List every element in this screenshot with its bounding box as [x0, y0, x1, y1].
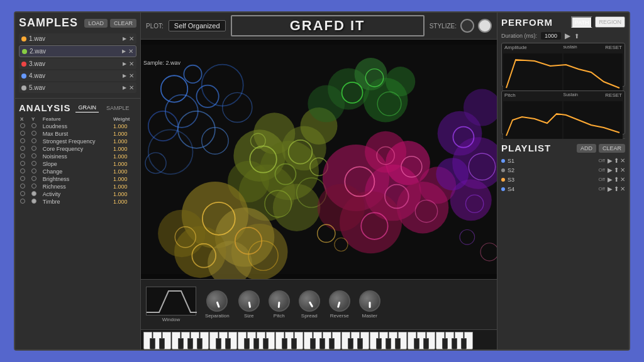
piano-black-key[interactable]: [376, 338, 382, 349]
playlist-add-btn[interactable]: ADD: [577, 144, 596, 153]
sample-remove-icon[interactable]: ✕: [129, 84, 134, 91]
piano-black-key[interactable]: [442, 338, 448, 349]
playlist-remove-icon[interactable]: ✕: [620, 167, 625, 173]
analysis-weight[interactable]: 1.000: [112, 145, 136, 153]
playlist-play-icon[interactable]: ▶: [608, 176, 613, 183]
analysis-x[interactable]: [19, 168, 30, 175]
analysis-x[interactable]: [19, 160, 30, 168]
analysis-x[interactable]: [19, 123, 30, 130]
piano-black-key[interactable]: [319, 338, 325, 349]
master-knob[interactable]: [359, 290, 380, 312]
tab-path[interactable]: PATH: [571, 16, 593, 28]
load-button[interactable]: LOAD: [84, 19, 108, 28]
analysis-weight[interactable]: 1.000: [112, 168, 136, 175]
sample-play-icon[interactable]: ▶: [123, 61, 126, 67]
analysis-y[interactable]: [30, 153, 42, 160]
piano-black-key[interactable]: [197, 338, 203, 349]
sample-item[interactable]: 3.wav ▶ ✕: [19, 58, 136, 69]
analysis-y[interactable]: [30, 190, 42, 198]
analysis-x[interactable]: [19, 175, 30, 183]
piano-black-key[interactable]: [253, 338, 259, 349]
analysis-weight[interactable]: 1.000: [112, 153, 136, 160]
piano-black-key[interactable]: [187, 338, 193, 349]
piano-black-key[interactable]: [395, 338, 401, 349]
analysis-x[interactable]: [19, 138, 30, 145]
playlist-export-icon[interactable]: ⬆: [614, 176, 619, 183]
analysis-x[interactable]: [19, 183, 30, 190]
analysis-x[interactable]: [19, 153, 30, 160]
piano-black-key[interactable]: [452, 338, 457, 349]
piano-black-key[interactable]: [386, 338, 391, 349]
sample-item[interactable]: 2.wav ▶ ✕: [19, 45, 136, 57]
piano-black-key[interactable]: [178, 338, 184, 349]
analysis-y[interactable]: [30, 198, 42, 206]
playlist-clear-btn[interactable]: CLEAR: [599, 144, 625, 153]
analysis-weight[interactable]: 1.000: [112, 198, 136, 206]
sample-play-icon[interactable]: ▶: [122, 48, 126, 54]
analysis-weight[interactable]: 1.000: [112, 160, 136, 168]
sample-play-icon[interactable]: ▶: [123, 36, 126, 41]
sample-item[interactable]: 5.wav ▶ ✕: [19, 82, 136, 93]
playlist-remove-icon[interactable]: ✕: [620, 176, 625, 183]
sample-item[interactable]: 4.wav ▶ ✕: [19, 70, 136, 81]
tab-region[interactable]: REGION: [595, 16, 625, 28]
plot-canvas[interactable]: Sample: 2.wav: [141, 40, 497, 279]
piano-black-key[interactable]: [225, 338, 231, 349]
sample-remove-icon[interactable]: ✕: [128, 48, 133, 55]
playlist-play-icon[interactable]: ▶: [608, 167, 613, 173]
piano-black-key[interactable]: [291, 338, 297, 349]
pitch-knob[interactable]: [269, 290, 290, 312]
analysis-weight[interactable]: 1.000: [112, 175, 136, 183]
analysis-y[interactable]: [30, 130, 42, 138]
playlist-remove-icon[interactable]: ✕: [620, 185, 625, 192]
piano-black-key[interactable]: [282, 338, 287, 349]
piano-black-key[interactable]: [461, 338, 467, 349]
sample-remove-icon[interactable]: ✕: [129, 35, 134, 42]
playlist-play-icon[interactable]: ▶: [608, 185, 613, 192]
duration-value[interactable]: 1000: [541, 32, 561, 40]
duration-play[interactable]: ▶: [565, 31, 570, 40]
export-icon[interactable]: ⬆: [574, 33, 579, 40]
sample-item[interactable]: 1.wav ▶ ✕: [19, 33, 136, 44]
analysis-weight[interactable]: 1.000: [112, 190, 136, 198]
tab-sample[interactable]: SAMPLE: [104, 104, 132, 112]
sample-play-icon[interactable]: ▶: [123, 73, 126, 79]
analysis-weight[interactable]: 1.000: [112, 123, 136, 130]
piano-black-key[interactable]: [216, 338, 221, 349]
piano-black-key[interactable]: [310, 338, 316, 349]
playlist-remove-icon[interactable]: ✕: [620, 157, 625, 164]
tab-grain[interactable]: GRAIN: [75, 103, 99, 112]
size-knob[interactable]: [238, 290, 260, 312]
analysis-x[interactable]: [19, 190, 30, 198]
analysis-weight[interactable]: 1.000: [112, 130, 136, 138]
analysis-x[interactable]: [19, 130, 30, 138]
piano-black-key[interactable]: [348, 338, 353, 349]
stylize-dark[interactable]: [460, 19, 474, 33]
piano-black-key[interactable]: [357, 338, 363, 349]
analysis-y[interactable]: [30, 183, 42, 190]
piano-black-key[interactable]: [423, 338, 429, 349]
sample-remove-icon[interactable]: ✕: [129, 60, 134, 67]
analysis-weight[interactable]: 1.000: [112, 138, 136, 145]
piano-black-key[interactable]: [329, 338, 335, 349]
analysis-y[interactable]: [30, 168, 42, 175]
amplitude-reset[interactable]: RESET: [605, 45, 622, 50]
analysis-y[interactable]: [30, 160, 42, 168]
analysis-y[interactable]: [30, 138, 42, 145]
stylize-light[interactable]: [478, 19, 492, 33]
analysis-y[interactable]: [30, 145, 42, 153]
playlist-export-icon[interactable]: ⬆: [614, 185, 619, 192]
analysis-weight[interactable]: 1.000: [112, 183, 136, 190]
piano-black-key[interactable]: [414, 338, 419, 349]
sample-remove-icon[interactable]: ✕: [129, 72, 134, 79]
clear-button[interactable]: CLEAR: [110, 19, 136, 28]
separation-knob[interactable]: [206, 290, 228, 312]
playlist-play-icon[interactable]: ▶: [608, 157, 613, 164]
reverse-knob[interactable]: [329, 290, 350, 312]
playlist-export-icon[interactable]: ⬆: [614, 167, 619, 173]
piano-black-key[interactable]: [244, 338, 250, 349]
analysis-y[interactable]: [30, 123, 42, 130]
sample-play-icon[interactable]: ▶: [123, 85, 126, 90]
spread-knob[interactable]: [299, 290, 320, 312]
piano-black-key[interactable]: [150, 338, 155, 349]
